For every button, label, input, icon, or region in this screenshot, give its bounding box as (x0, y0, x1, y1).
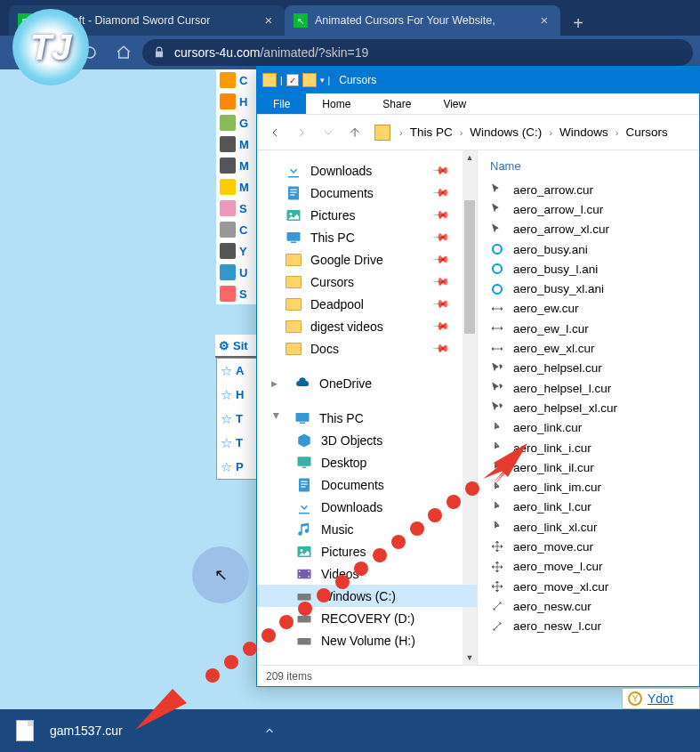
tree-item[interactable]: Downloads (257, 496, 477, 518)
tree-label: Pictures (310, 208, 356, 222)
folder-icon (286, 252, 302, 268)
breadcrumb[interactable]: Windows (C:) (466, 125, 545, 139)
pin-icon: 📌 (432, 317, 451, 336)
ribbon-tab-home[interactable]: Home (306, 93, 366, 114)
doc-icon (286, 185, 302, 201)
file-item[interactable]: aero_move.cur (490, 537, 699, 556)
drive-icon (296, 633, 312, 649)
download-chip[interactable]: gam1537.cur (16, 720, 123, 741)
category-icon (220, 264, 236, 280)
chevron-up-icon[interactable] (256, 717, 283, 744)
file-item[interactable]: aero_busy_xl.ani (490, 279, 699, 298)
tree-item[interactable]: Downloads📌 (257, 159, 477, 182)
file-item[interactable]: aero_ew_xl.cur (490, 338, 699, 358)
tree-item[interactable]: New Volume (H:) (257, 629, 477, 651)
chevron-right-icon[interactable]: › (398, 127, 405, 138)
file-item[interactable]: aero_arrow_l.cur (490, 199, 699, 219)
ydot-link[interactable]: YYdot (622, 688, 700, 709)
file-item[interactable]: aero_link_xl.cur (490, 517, 699, 537)
file-name: aero_busy.ani (513, 243, 588, 256)
breadcrumb[interactable]: This PC (406, 125, 456, 139)
cursor-file-icon (490, 421, 504, 435)
file-item[interactable]: aero_helpsel.cur (490, 359, 699, 378)
checkbox-icon[interactable]: ✓ (286, 74, 299, 86)
chevron-right-icon[interactable]: › (458, 127, 465, 138)
tree-item-onedrive[interactable]: ▶OneDrive (257, 372, 477, 394)
svg-rect-10 (298, 457, 311, 466)
cursor-file-icon (490, 222, 504, 237)
cursor-file-icon (490, 539, 504, 554)
back-button[interactable] (262, 120, 287, 145)
cursor-icon: ↖ (214, 565, 228, 585)
up-button[interactable] (342, 120, 367, 145)
tree-item[interactable]: Pictures (257, 540, 477, 562)
tree-item[interactable]: Windows (C:) (257, 585, 477, 607)
cursor-file-icon (490, 400, 504, 415)
tree-item[interactable]: Music (257, 518, 477, 540)
tree-item[interactable]: Documents (257, 473, 477, 496)
chevron-down-icon[interactable]: ▾ (320, 76, 325, 85)
tree-label: Documents (310, 186, 374, 200)
file-name: aero_link_xl.cur (513, 521, 598, 534)
ribbon-file-tab[interactable]: File (257, 93, 306, 114)
file-item[interactable]: aero_move_xl.cur (490, 577, 699, 596)
ydot-label: Ydot (648, 691, 673, 706)
chevron-right-icon[interactable]: ▶ (271, 379, 282, 388)
ribbon-tab-share[interactable]: Share (366, 93, 427, 114)
nav-tree: ▲ ▼ Downloads📌Documents📌Pictures📌This PC… (257, 150, 478, 665)
column-header-name[interactable]: Name (490, 159, 699, 173)
tree-label: Docs (310, 342, 339, 356)
breadcrumb[interactable]: Windows (556, 125, 612, 139)
category-icon (220, 179, 236, 195)
annotation-dot (205, 668, 220, 683)
file-item[interactable]: aero_busy.ani (490, 239, 699, 259)
close-icon[interactable]: × (261, 13, 276, 28)
tree-item[interactable]: This PC📌 (257, 226, 477, 248)
tree-item[interactable]: Desktop (257, 451, 477, 473)
file-item[interactable]: aero_move_l.cur (490, 557, 699, 577)
home-button[interactable] (109, 37, 139, 68)
chevron-down-icon[interactable]: ▶ (272, 413, 281, 424)
file-item[interactable]: aero_arrow.cur (490, 180, 699, 199)
file-item[interactable]: aero_helpsel_xl.cur (490, 398, 699, 417)
close-icon[interactable]: × (537, 13, 551, 28)
tree-label: Desktop (321, 456, 366, 470)
history-dropdown[interactable] (316, 120, 341, 145)
browser-tab-2[interactable]: ↖ Animated Cursors For Your Website, × (285, 5, 560, 36)
tree-item[interactable]: Pictures📌 (257, 204, 477, 226)
ribbon-tab-view[interactable]: View (427, 93, 482, 114)
star-icon: ☆ (221, 411, 232, 427)
address-bar[interactable]: cursors-4u.com/animated/?skin=19 (142, 39, 693, 66)
new-tab-button[interactable]: + (566, 11, 591, 36)
annotation-arrow-head-2 (135, 676, 206, 733)
tree-item[interactable]: Deadpool📌 (257, 293, 477, 315)
cursor-file-icon (490, 599, 504, 613)
file-item[interactable]: aero_nesw.cur (490, 596, 699, 616)
file-item[interactable]: aero_nesw_l.cur (490, 617, 699, 636)
file-name: aero_helpsel.cur (513, 361, 602, 375)
titlebar-icons: | ✓ ▾ | (262, 73, 330, 87)
tree-item[interactable]: Google Drive📌 (257, 248, 477, 271)
file-item[interactable]: aero_arrow_xl.cur (490, 220, 699, 239)
desktop-icon (296, 455, 312, 471)
tree-item[interactable]: Docs📌 (257, 337, 477, 360)
file-name: aero_arrow_l.cur (513, 203, 603, 216)
file-item[interactable]: aero_helpsel_l.cur (490, 378, 699, 398)
tree-item[interactable]: digest videos📌 (257, 315, 477, 337)
chevron-right-icon[interactable]: › (614, 127, 621, 138)
chevron-right-icon[interactable]: › (547, 127, 554, 138)
tree-item-thispc[interactable]: ▶This PC (257, 407, 477, 429)
file-item[interactable]: aero_busy_l.ani (490, 259, 699, 279)
window-titlebar[interactable]: | ✓ ▾ | Cursors (257, 67, 699, 93)
breadcrumb[interactable]: Cursors (622, 125, 671, 139)
tree-item[interactable]: 3D Objects (257, 429, 477, 451)
link-letter: T (236, 412, 243, 425)
tree-item[interactable]: Cursors📌 (257, 271, 477, 293)
file-item[interactable]: aero_link.cur (490, 418, 699, 438)
tree-item[interactable]: Documents📌 (257, 182, 477, 204)
file-item[interactable]: aero_ew.cur (490, 299, 699, 319)
scroll-down-icon[interactable]: ▼ (463, 651, 477, 665)
file-item[interactable]: aero_ew_l.cur (490, 319, 699, 338)
cursor-file-icon (490, 321, 504, 336)
download-bar: gam1537.cur (0, 709, 700, 752)
